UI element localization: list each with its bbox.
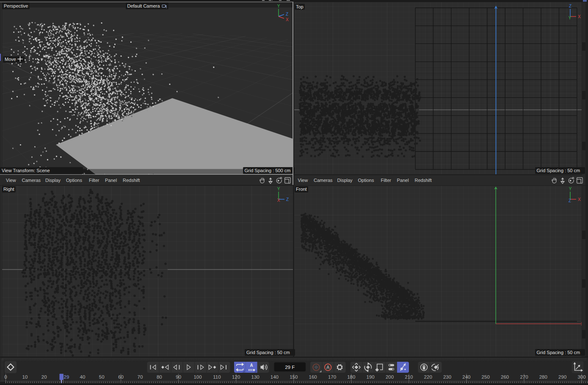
svg-text:Y: Y	[277, 187, 280, 191]
svg-text:130: 130	[251, 374, 259, 380]
svg-text:A: A	[326, 365, 330, 370]
svg-text:240: 240	[462, 374, 470, 380]
svg-text:140: 140	[271, 374, 279, 380]
svg-text:X: X	[277, 198, 280, 203]
svg-text:260: 260	[501, 374, 509, 380]
svg-text:290: 290	[558, 374, 566, 380]
svg-text:Z: Z	[286, 12, 288, 16]
svg-text:150: 150	[290, 374, 298, 380]
svg-text:Y: Y	[277, 4, 280, 8]
svg-text:60: 60	[118, 374, 124, 380]
svg-text:110: 110	[213, 374, 221, 380]
svg-text:29 F: 29 F	[285, 365, 295, 370]
svg-text:29: 29	[64, 374, 69, 380]
svg-text:Y: Y	[569, 187, 571, 191]
svg-text:100: 100	[193, 374, 202, 380]
svg-text:190: 190	[367, 374, 375, 380]
svg-text:230: 230	[443, 374, 451, 380]
svg-text:40: 40	[80, 374, 86, 380]
svg-text:250: 250	[482, 374, 490, 380]
svg-text:90: 90	[176, 374, 181, 380]
svg-text:Z: Z	[286, 197, 289, 202]
svg-text:Z: Z	[568, 198, 571, 203]
svg-text:10: 10	[22, 374, 28, 380]
svg-text:A: A	[250, 363, 253, 368]
svg-text:280: 280	[539, 374, 547, 380]
svg-text:210: 210	[405, 374, 413, 380]
svg-text:50: 50	[99, 374, 105, 380]
svg-text:X: X	[578, 197, 581, 202]
svg-text:180: 180	[347, 374, 355, 380]
svg-text:270: 270	[520, 374, 528, 380]
svg-text:300: 300	[577, 374, 585, 380]
svg-text:X: X	[578, 14, 581, 19]
svg-text:Y: Y	[568, 16, 571, 20]
svg-text:170: 170	[328, 374, 336, 380]
svg-text:120: 120	[232, 374, 240, 380]
svg-text:160: 160	[309, 374, 317, 380]
svg-text:20: 20	[41, 374, 47, 380]
svg-text:220: 220	[424, 374, 432, 380]
svg-text:Z: Z	[569, 4, 571, 8]
svg-text:200: 200	[386, 374, 394, 380]
svg-text:0: 0	[4, 374, 7, 380]
svg-text:70: 70	[138, 374, 143, 380]
svg-text:80: 80	[157, 374, 162, 380]
svg-text:X: X	[286, 17, 289, 22]
